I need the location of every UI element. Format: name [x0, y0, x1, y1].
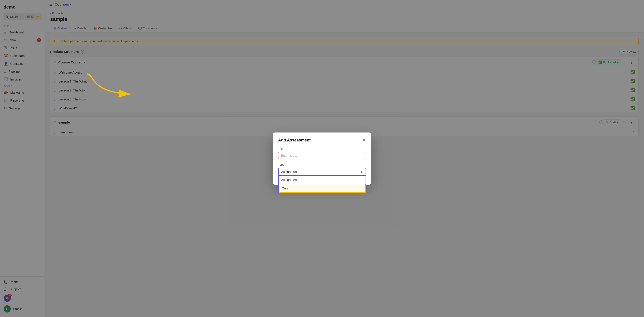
modal-header: Add Assessment ✕ — [278, 138, 366, 143]
title-field-label: Title — [278, 147, 366, 150]
arrow-annotation — [85, 72, 143, 99]
chevron-up-icon: ▲ — [360, 170, 363, 173]
title-field: Title — [278, 147, 366, 159]
type-field-label: Type — [278, 163, 366, 166]
dropdown-option-quiz[interactable]: Quiz — [279, 184, 366, 193]
modal-title: Add Assessment — [278, 138, 311, 143]
modal-close-button[interactable]: ✕ — [362, 138, 366, 142]
type-field: Type Assignment ▲ Assignment Quiz — [278, 163, 366, 176]
type-select-display[interactable]: Assignment ▲ — [278, 168, 366, 176]
add-assessment-modal: Add Assessment ✕ Title Type Assignment ▲… — [273, 133, 372, 185]
dropdown-option-assignment[interactable]: Assignment — [279, 176, 366, 184]
modal-overlay[interactable]: Add Assessment ✕ Title Type Assignment ▲… — [0, 0, 644, 317]
title-input[interactable] — [278, 152, 366, 159]
selected-type-text: Assignment — [281, 170, 298, 174]
type-select-wrapper: Assignment ▲ Assignment Quiz — [278, 168, 366, 176]
type-dropdown: Assignment Quiz — [278, 176, 366, 193]
